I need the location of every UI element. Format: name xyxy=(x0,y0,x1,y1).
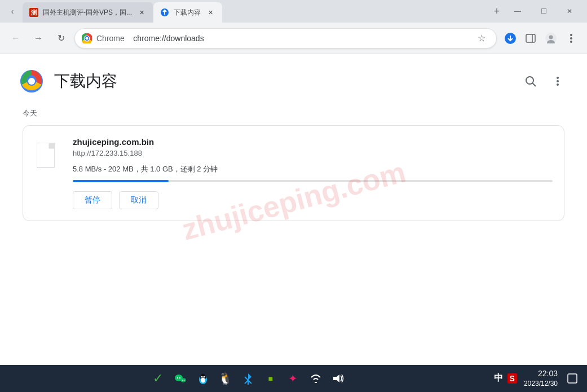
taskbar-app-s[interactable]: S xyxy=(507,373,517,384)
taskbar-nvidia-icon[interactable]: ■ xyxy=(263,371,279,386)
page-title: 下载内容 xyxy=(54,71,117,92)
taskbar-check-icon[interactable]: ✓ xyxy=(150,371,166,386)
svg-point-26 xyxy=(177,377,178,378)
progress-bar-container xyxy=(73,180,553,182)
progress-bar-fill xyxy=(73,180,169,182)
address-text: Chrome chrome://downloads xyxy=(96,34,469,43)
svg-point-30 xyxy=(183,380,184,381)
page-header: 下载内容 xyxy=(18,68,569,95)
profile-icon[interactable] xyxy=(542,29,560,47)
taskbar-right: 中 S 22:03 2023/12/30 xyxy=(494,368,580,389)
tab1-label: 国外主机测评-国外VPS，国... xyxy=(43,8,132,17)
title-bar: ‹ 测 国外主机测评-国外VPS，国... ✕ 下载内容 ✕ xyxy=(0,0,587,23)
download-url: http://172.233.15.188 xyxy=(73,149,553,157)
file-icon xyxy=(34,142,61,173)
page-actions xyxy=(519,70,569,93)
new-tab-button[interactable]: + xyxy=(489,3,505,19)
taskbar-network-icon[interactable] xyxy=(308,371,324,386)
chrome-logo-big xyxy=(18,68,45,95)
download-toolbar-icon[interactable] xyxy=(501,29,519,47)
svg-point-13 xyxy=(570,37,572,39)
download-actions: 暂停 取消 xyxy=(73,191,553,209)
forward-button[interactable]: → xyxy=(29,29,47,47)
svg-point-33 xyxy=(201,376,202,378)
svg-point-28 xyxy=(180,378,186,382)
taskbar-date: 2023/12/30 xyxy=(524,379,558,389)
search-icon[interactable] xyxy=(519,70,542,93)
side-panel-icon[interactable] xyxy=(522,29,540,47)
chrome-label: Chrome xyxy=(96,34,125,43)
tab2-label: 下载内容 xyxy=(174,8,201,17)
svg-marker-36 xyxy=(333,375,339,382)
download-filename: zhujiceping.com.bin xyxy=(73,137,553,147)
taskbar-clock: 22:03 xyxy=(524,368,558,380)
taskbar-qq-icon[interactable] xyxy=(195,371,211,386)
svg-point-34 xyxy=(203,376,205,378)
download-info: zhujiceping.com.bin http://172.233.15.18… xyxy=(73,137,553,209)
tab-scroll-left[interactable]: ‹ xyxy=(5,3,20,19)
more-options-page-icon[interactable] xyxy=(546,70,569,93)
svg-point-12 xyxy=(570,34,572,36)
svg-point-35 xyxy=(201,378,205,383)
taskbar-time: 22:03 2023/12/30 xyxy=(524,368,558,389)
taskbar-lang[interactable]: 中 xyxy=(494,372,503,384)
svg-point-29 xyxy=(182,380,183,381)
chrome-logo-icon xyxy=(82,33,92,43)
toolbar: ← → ↻ Chrome chrome://downloads ☆ xyxy=(0,23,587,54)
download-status: 5.8 MB/s - 202 MB，共 1.0 GB，还剩 2 分钟 xyxy=(73,164,553,174)
section-label: 今天 xyxy=(18,108,569,118)
svg-point-18 xyxy=(526,77,533,84)
svg-line-19 xyxy=(533,83,536,87)
svg-point-22 xyxy=(557,83,559,86)
more-options-icon[interactable] xyxy=(562,29,580,47)
taskbar-wechat-icon[interactable] xyxy=(173,371,188,386)
download-card: zhujiceping.com.bin http://172.233.15.18… xyxy=(23,125,564,221)
svg-point-20 xyxy=(557,77,559,79)
taskbar-penguin-icon[interactable]: 🐧 xyxy=(218,371,233,386)
svg-rect-24 xyxy=(49,143,55,148)
taskbar-sys-icons: 中 S xyxy=(494,372,517,384)
close-button[interactable]: ✕ xyxy=(557,2,582,20)
window-controls: — ☐ ✕ xyxy=(505,2,582,20)
svg-rect-8 xyxy=(526,34,535,42)
tab2-favicon xyxy=(160,8,169,17)
svg-rect-37 xyxy=(568,374,577,383)
refresh-button[interactable]: ↻ xyxy=(52,29,70,47)
tab-group: 测 国外主机测评-国外VPS，国... ✕ 下载内容 ✕ xyxy=(23,0,487,23)
taskbar-bluetooth-icon[interactable] xyxy=(240,371,256,386)
cancel-button[interactable]: 取消 xyxy=(119,191,158,209)
svg-point-6 xyxy=(86,37,89,39)
maximize-button[interactable]: ☐ xyxy=(531,2,557,20)
tab1-close[interactable]: ✕ xyxy=(136,7,147,17)
address-bar[interactable]: Chrome chrome://downloads ☆ xyxy=(74,28,497,49)
notification-icon[interactable] xyxy=(564,371,580,386)
page-content: zhujiceping.com 下载内容 xyxy=(0,54,587,365)
tab-1[interactable]: 测 国外主机测评-国外VPS，国... ✕ xyxy=(23,2,153,23)
svg-point-11 xyxy=(549,35,553,39)
taskbar-icons: ✓ 🐧 xyxy=(7,371,489,386)
tab2-close[interactable]: ✕ xyxy=(205,7,215,17)
taskbar-color-icon[interactable]: ✦ xyxy=(285,371,301,386)
url-text: chrome://downloads xyxy=(133,34,204,43)
tab1-favicon: 测 xyxy=(29,8,38,17)
svg-text:测: 测 xyxy=(31,9,37,16)
toolbar-icons xyxy=(501,29,580,47)
taskbar: ✓ 🐧 xyxy=(0,365,587,392)
svg-point-21 xyxy=(557,80,559,82)
page-title-area: 下载内容 xyxy=(18,68,519,95)
minimize-button[interactable]: — xyxy=(505,2,531,20)
tab-2[interactable]: 下载内容 ✕ xyxy=(153,2,222,23)
bookmark-icon[interactable]: ☆ xyxy=(474,30,489,46)
pause-button[interactable]: 暂停 xyxy=(73,191,112,209)
back-button[interactable]: ← xyxy=(7,29,25,47)
svg-point-17 xyxy=(28,78,35,85)
taskbar-volume-icon[interactable] xyxy=(330,371,346,386)
svg-point-14 xyxy=(570,41,572,43)
svg-point-27 xyxy=(179,377,180,378)
